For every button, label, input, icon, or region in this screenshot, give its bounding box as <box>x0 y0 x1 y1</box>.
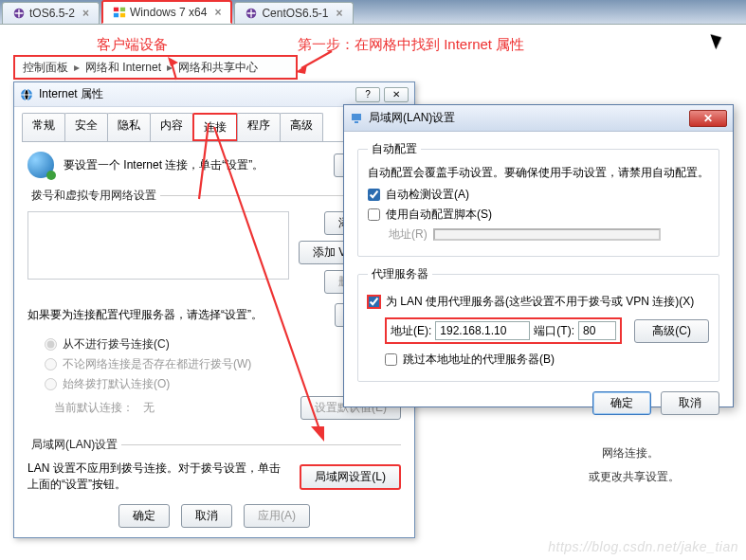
default-conn-value: 无 <box>143 400 155 416</box>
advanced-button[interactable]: 高级(C) <box>634 319 709 343</box>
script-addr-input <box>433 228 661 241</box>
auto-config-group: 自动配置 自动配置会覆盖手动设置。要确保使用手动设置，请禁用自动配置。 自动检测… <box>357 141 719 257</box>
tab-content[interactable]: 内容 <box>150 113 193 141</box>
titlebar[interactable]: 局域网(LAN)设置 ✕ <box>344 105 733 132</box>
bg-text: 或更改共享设置。 <box>589 469 680 485</box>
auto-detect-checkbox[interactable]: 自动检测设置(A) <box>368 187 709 203</box>
proxy-group: 代理服务器 为 LAN 使用代理服务器(这些设置不用于拨号或 VPN 连接)(X… <box>357 266 719 382</box>
svg-rect-2 <box>120 8 125 11</box>
close-icon[interactable]: × <box>82 7 89 20</box>
ok-button[interactable]: 确定 <box>118 504 170 528</box>
centos-icon <box>12 7 26 20</box>
bypass-local-checkbox[interactable]: 跳过本地地址的代理服务器(B) <box>385 352 709 368</box>
proxy-hint: 如果要为连接配置代理服务器，请选择“设置”。 <box>27 307 335 323</box>
network-icon <box>350 112 363 125</box>
annotation-client: 客户端设备 <box>97 36 168 54</box>
bc-item[interactable]: 控制面板 <box>23 60 68 76</box>
proxy-port-input[interactable] <box>578 321 616 340</box>
cursor-icon <box>713 32 726 51</box>
lan-hint: LAN 设置不应用到拨号连接。对于拨号设置，单击上面的“设置”按钮。 <box>27 461 300 493</box>
setup-text: 要设置一个 Internet 连接，单击“设置”。 <box>64 157 334 173</box>
use-proxy-checkbox[interactable]: 为 LAN 使用代理服务器(这些设置不用于拨号或 VPN 连接)(X) <box>368 294 709 310</box>
proxy-addr-label: 地址(E): <box>391 323 431 339</box>
tab-label: tOS6.5-2 <box>29 7 75 20</box>
tab-programs[interactable]: 程序 <box>237 113 281 141</box>
group-label: 代理服务器 <box>368 266 432 282</box>
dial-group-label: 拨号和虚拟专用网络设置 <box>27 188 160 204</box>
tab-label: Windows 7 x64 <box>130 6 207 19</box>
close-icon[interactable]: × <box>214 6 221 19</box>
vm-tab[interactable]: CentOS6.5-1 × <box>234 2 353 24</box>
svg-rect-7 <box>352 114 361 120</box>
bc-item[interactable]: 网络和 Internet <box>85 60 161 76</box>
proxy-port-label: 端口(T): <box>534 323 574 339</box>
chevron-right-icon: ▸ <box>74 61 80 74</box>
svg-rect-8 <box>355 121 358 123</box>
windows-icon <box>113 6 126 19</box>
dialog-title: 局域网(LAN)设置 <box>369 110 455 126</box>
script-addr-label: 地址(R) <box>389 226 428 243</box>
close-icon[interactable]: × <box>336 7 342 20</box>
chevron-right-icon: ▸ <box>167 61 173 74</box>
lan-group-label: 局域网(LAN)设置 <box>27 437 121 453</box>
breadcrumb[interactable]: 控制面板▸ 网络和 Internet▸ 网络和共享中心 <box>13 55 298 80</box>
proxy-addr-input[interactable] <box>435 321 530 340</box>
tab-label: CentOS6.5-1 <box>262 7 328 20</box>
auto-hint: 自动配置会覆盖手动设置。要确保使用手动设置，请禁用自动配置。 <box>368 165 709 181</box>
tab-advanced[interactable]: 高级 <box>280 113 323 141</box>
internet-icon <box>20 88 33 101</box>
cancel-button[interactable]: 取消 <box>661 391 719 415</box>
svg-rect-3 <box>114 13 118 17</box>
auto-script-checkbox[interactable]: 使用自动配置脚本(S) <box>368 207 709 223</box>
default-conn-label: 当前默认连接： <box>54 400 134 416</box>
tab-general[interactable]: 常规 <box>22 113 65 141</box>
cancel-button[interactable]: 取消 <box>181 504 232 528</box>
help-button[interactable]: ? <box>355 87 380 102</box>
centos-icon <box>245 7 258 20</box>
dialog-title: Internet 属性 <box>39 86 103 102</box>
tab-connections[interactable]: 连接 <box>192 113 238 141</box>
svg-rect-4 <box>120 13 125 17</box>
bc-item[interactable]: 网络和共享中心 <box>178 60 258 76</box>
close-button[interactable]: ✕ <box>689 110 727 127</box>
watermark: https://blog.csdn.net/jake_tian <box>548 539 738 554</box>
ok-button[interactable]: 确定 <box>592 391 651 415</box>
vm-tab-bar: tOS6.5-2 × Windows 7 x64 × CentOS6.5-1 × <box>0 0 746 25</box>
vm-tab-active[interactable]: Windows 7 x64 × <box>101 0 232 24</box>
globe-icon <box>27 152 54 178</box>
annotation-step1: 第一步：在网格中找到 Internet 属性 <box>298 36 524 54</box>
lan-settings-button[interactable]: 局域网设置(L) <box>300 464 401 490</box>
svg-rect-1 <box>114 8 118 11</box>
apply-button[interactable]: 应用(A) <box>244 504 310 528</box>
tab-security[interactable]: 安全 <box>64 113 108 141</box>
close-button[interactable]: ✕ <box>384 87 409 102</box>
tab-privacy[interactable]: 隐私 <box>107 113 151 141</box>
group-label: 自动配置 <box>368 141 421 157</box>
vm-tab[interactable]: tOS6.5-2 × <box>2 2 100 24</box>
lan-settings-dialog: 局域网(LAN)设置 ✕ 自动配置 自动配置会覆盖手动设置。要确保使用手动设置，… <box>343 104 734 407</box>
bg-text: 网络连接。 <box>602 445 659 461</box>
connections-listbox[interactable] <box>27 211 289 280</box>
